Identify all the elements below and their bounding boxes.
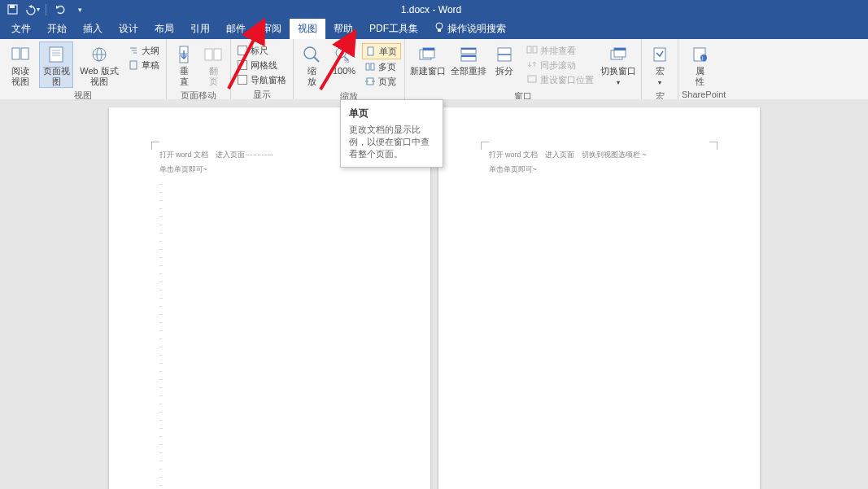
qat-customize-icon[interactable]: ▾ bbox=[74, 4, 85, 15]
properties-icon: i bbox=[690, 45, 709, 64]
page-text: 单击单页即可~ bbox=[489, 164, 537, 174]
svg-rect-20 bbox=[214, 49, 221, 60]
ribbon-tabs: 文件 开始 插入 设计 布局 引用 邮件 审阅 视图 帮助 PDF工具集 操作说… bbox=[0, 19, 868, 39]
tooltip-title: 单页 bbox=[349, 107, 434, 120]
page-text: 打开 word 文档 进入页面 切换到视图选项栏 ~ bbox=[489, 150, 647, 159]
svg-rect-36 bbox=[461, 55, 476, 57]
sync-scroll-icon bbox=[527, 60, 537, 70]
draft-button[interactable]: 草稿 bbox=[125, 58, 163, 72]
svg-rect-40 bbox=[533, 46, 537, 53]
group-page-movement: 垂 直 翻 页 页面移动 bbox=[167, 39, 231, 99]
svg-line-22 bbox=[314, 57, 319, 62]
svg-rect-44 bbox=[614, 48, 626, 50]
svg-rect-4 bbox=[12, 48, 20, 59]
tab-references[interactable]: 引用 bbox=[182, 19, 218, 39]
svg-rect-39 bbox=[527, 46, 531, 53]
new-window-icon bbox=[418, 45, 438, 64]
sync-scroll-button[interactable]: 同步滚动 bbox=[524, 58, 597, 72]
view-side-by-side-button[interactable]: 并排查看 bbox=[524, 43, 597, 58]
quick-access-toolbar: ▾ ▾ bbox=[0, 0, 92, 19]
one-page-icon bbox=[366, 46, 376, 56]
side-to-side-button[interactable]: 翻 页 bbox=[199, 41, 227, 88]
tab-design[interactable]: 设计 bbox=[111, 19, 146, 39]
switch-windows-button[interactable]: 切换窗口▾ bbox=[599, 41, 638, 89]
macros-icon bbox=[650, 45, 670, 64]
title-bar: ▾ ▾ 1.docx - Word bbox=[0, 0, 868, 19]
group-window: 新建窗口 全部重排 拆分 并排查看 bbox=[405, 39, 642, 99]
svg-rect-27 bbox=[366, 63, 369, 70]
document-page-2[interactable]: 打开 word 文档 进入页面 切换到视图选项栏 ~ 单击单页即可~ bbox=[438, 107, 760, 489]
tab-file[interactable]: 文件 bbox=[3, 19, 39, 39]
tab-review[interactable]: 审阅 bbox=[254, 19, 290, 39]
group-macros: 宏▾ 宏 bbox=[642, 39, 678, 99]
arrange-all-button[interactable]: 全部重排 bbox=[449, 41, 488, 77]
tab-help[interactable]: 帮助 bbox=[325, 19, 361, 39]
tab-tell-me[interactable]: 操作说明搜索 bbox=[426, 19, 514, 39]
svg-rect-16 bbox=[130, 61, 137, 69]
draft-icon bbox=[129, 60, 138, 70]
multi-page-button[interactable]: 多页 bbox=[362, 59, 401, 74]
margin-corner-icon bbox=[706, 142, 718, 153]
svg-rect-41 bbox=[528, 76, 536, 82]
svg-rect-26 bbox=[368, 47, 373, 55]
vertical-button[interactable]: 垂 直 bbox=[170, 41, 198, 88]
outline-button[interactable]: 大纲 bbox=[125, 43, 163, 58]
print-layout-icon bbox=[46, 45, 66, 64]
tab-mailings[interactable]: 邮件 bbox=[218, 19, 254, 39]
tooltip-one-page: 单页 更改文档的显示比例，以便在窗口中查看整个页面。 bbox=[340, 99, 443, 168]
gridlines-checkbox[interactable]: 网格线 bbox=[234, 58, 290, 72]
ruler-checkbox[interactable]: 标尺 bbox=[234, 43, 290, 58]
svg-text:%: % bbox=[344, 58, 349, 63]
multi-page-icon bbox=[365, 62, 375, 72]
reset-window-icon bbox=[527, 75, 537, 85]
macros-button[interactable]: 宏▾ bbox=[645, 41, 674, 89]
group-zoom: 缩 放 % 100% 单页 多页 页宽 bbox=[294, 39, 405, 99]
group-show: 标尺 网格线 导航窗格 显示 bbox=[231, 39, 294, 99]
new-window-button[interactable]: 新建窗口 bbox=[408, 41, 447, 77]
read-mode-icon bbox=[11, 45, 30, 64]
lightbulb-icon bbox=[434, 22, 444, 36]
print-layout-button[interactable]: 页面视图 bbox=[39, 41, 73, 88]
zoom-icon bbox=[302, 45, 321, 64]
one-page-button[interactable]: 单页 bbox=[362, 43, 401, 59]
tab-insert[interactable]: 插入 bbox=[75, 19, 111, 39]
save-icon[interactable] bbox=[7, 4, 18, 15]
group-sharepoint-label: SharePoint bbox=[682, 88, 726, 100]
read-mode-button[interactable]: 阅读 视图 bbox=[3, 41, 37, 88]
undo-icon[interactable]: ▾ bbox=[26, 4, 37, 15]
svg-rect-32 bbox=[423, 48, 434, 50]
split-icon bbox=[495, 45, 514, 64]
properties-button[interactable]: i 属 性 bbox=[682, 41, 718, 88]
svg-point-2 bbox=[436, 23, 443, 29]
svg-rect-19 bbox=[205, 49, 212, 60]
svg-rect-6 bbox=[50, 47, 63, 62]
tab-home[interactable]: 开始 bbox=[39, 19, 75, 39]
svg-rect-3 bbox=[438, 29, 441, 32]
ribbon: 阅读 视图 页面视图 Web 版式视图 大纲 bbox=[0, 39, 868, 100]
page-text: 单击单页即可~ bbox=[159, 164, 207, 174]
zoom-100-icon: % bbox=[334, 45, 354, 64]
tab-layout[interactable]: 布局 bbox=[146, 19, 182, 39]
outline-icon bbox=[129, 46, 138, 55]
page-width-button[interactable]: 页宽 bbox=[362, 74, 401, 89]
tab-view[interactable]: 视图 bbox=[290, 19, 325, 39]
group-views: 阅读 视图 页面视图 Web 版式视图 大纲 bbox=[0, 39, 167, 99]
web-layout-button[interactable]: Web 版式视图 bbox=[75, 41, 124, 88]
svg-point-21 bbox=[304, 47, 316, 59]
switch-windows-icon bbox=[608, 45, 628, 64]
tab-pdf-tools[interactable]: PDF工具集 bbox=[361, 19, 426, 39]
arrange-all-icon bbox=[459, 45, 478, 64]
navigation-pane-checkbox[interactable]: 导航窗格 bbox=[234, 72, 290, 87]
zoom-100-button[interactable]: % 100% bbox=[328, 41, 360, 77]
reset-window-position-button[interactable]: 重设窗口位置 bbox=[524, 72, 597, 87]
zoom-button[interactable]: 缩 放 bbox=[297, 41, 326, 88]
redo-icon[interactable] bbox=[55, 4, 66, 15]
side-by-side-icon bbox=[527, 46, 537, 55]
page-text: 打开 word 文档 进入页面·············· bbox=[159, 150, 274, 159]
split-button[interactable]: 拆分 bbox=[490, 41, 519, 77]
tell-me-label: 操作说明搜索 bbox=[447, 22, 506, 36]
document-title: 1.docx - Word bbox=[92, 4, 770, 15]
group-sharepoint: i 属 性 SharePoint bbox=[678, 39, 729, 99]
side-to-side-icon bbox=[203, 45, 223, 64]
vertical-icon bbox=[174, 45, 194, 64]
